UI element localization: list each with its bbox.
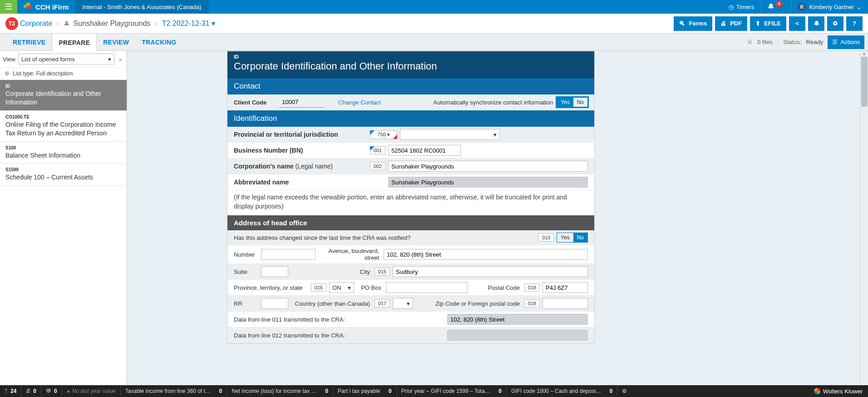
form-header: ID Corporate Identification and Other In… (227, 51, 594, 78)
notify-button[interactable]: 🔔︎ (808, 16, 824, 31)
view-select[interactable]: List of opened forms▾ (18, 54, 114, 65)
sidebar-item-id[interactable]: ID Corporate Identification and Other In… (0, 80, 127, 111)
forms-button[interactable]: 🔍︎Forms (674, 16, 712, 31)
scrollbar[interactable]: ▴ (860, 51, 868, 385)
caret-down-icon: ▾ (108, 56, 111, 63)
recycle-button[interactable]: ♻︎ (827, 16, 843, 31)
t2-badge: T2 (5, 17, 18, 30)
change-contact-link[interactable]: Change Contact (338, 99, 381, 106)
number-input[interactable] (261, 249, 316, 260)
client-tab[interactable]: Internal - Smith Jones & Associates (Can… (75, 0, 208, 14)
avatar: K (798, 2, 807, 11)
tab-review[interactable]: REVIEW (97, 34, 135, 50)
help-button[interactable]: ? (846, 16, 863, 31)
auto-sync-label: Automatically synchronize contact inform… (433, 99, 553, 106)
addr-changed-code: 010 (538, 233, 554, 242)
sidebar-item-s1599[interactable]: S1599 Schedule 100 – Current Assets (0, 164, 127, 186)
crumb-return[interactable]: T2 2022-12-31 ▾ (162, 19, 215, 28)
top-bar: ☰ CCH iFirm Internal - Smith Jones & Ass… (0, 0, 868, 14)
postal-label: Postal Code (468, 284, 524, 291)
rr-input[interactable] (261, 298, 288, 309)
suite-input[interactable] (261, 266, 288, 277)
caret-down-icon: ▾ (212, 20, 215, 27)
crumb-client: Sunshaker Playgrounds (73, 20, 150, 28)
zip-input[interactable] (542, 298, 588, 309)
notifications-button[interactable]: 🔔︎ 4 (760, 0, 791, 14)
client-code-input[interactable] (279, 97, 325, 108)
user-name: Kimberly Gartner (809, 4, 854, 10)
auto-sync-toggle[interactable]: YesNo (557, 97, 588, 107)
form-code: CO1000.TE (5, 114, 121, 119)
jurisdiction-select[interactable]: ▾ (400, 129, 500, 140)
addr-changed-label: Has this address changed since the last … (234, 234, 538, 241)
search-icon: 🔍︎ (679, 20, 685, 27)
line012-label: Data from line 012 transmitted to the CR… (234, 332, 447, 339)
abbr-input (388, 177, 588, 188)
tab-prepare[interactable]: PREPARE (52, 34, 97, 51)
brand: CCH iFirm (17, 3, 75, 11)
zip-label: Zip Code or Foreign postal code (413, 300, 524, 307)
city-input[interactable] (393, 266, 588, 277)
corp-name-code: 002 (370, 162, 385, 170)
zip-code-box: 018 (524, 299, 540, 308)
caret-down-icon: ▾ (407, 300, 410, 307)
line011-value (447, 314, 588, 325)
recycle-icon: ♻︎ (833, 20, 838, 27)
clock-icon: ◷ (729, 4, 734, 10)
status-value: Ready (806, 39, 824, 45)
line012-value (447, 330, 588, 341)
chevron-right-icon: › (54, 20, 62, 28)
files-count[interactable]: 0 files (757, 39, 773, 45)
avenue-input[interactable] (384, 249, 588, 260)
avenue-label: Avenue, boulevard, street (316, 248, 384, 261)
section-contact: Contact (227, 78, 594, 94)
province-code: 016 (311, 283, 326, 292)
corp-name-input[interactable] (388, 161, 588, 172)
form-title: Balance Sheet Information (5, 151, 121, 160)
bn-input[interactable] (388, 145, 461, 156)
country-label: Country (other than Canada) (288, 300, 375, 307)
province-label: Province, territory, or state (234, 284, 311, 291)
list-icon: ☰ (832, 39, 838, 45)
addr-changed-toggle[interactable]: YesNo (557, 233, 588, 243)
actions-button[interactable]: ☰Actions (828, 35, 864, 49)
notification-badge: 4 (775, 1, 783, 7)
crumb-corporate[interactable]: Corporate (20, 20, 52, 28)
pobox-label: PO Box (354, 284, 386, 291)
brand-icon (24, 3, 32, 11)
collapse-sidebar-button[interactable]: « (117, 56, 124, 63)
user-menu[interactable]: K Kimberly Gartner ⌄ (791, 0, 868, 14)
corp-name-label: Corporation's name (Legal name) (234, 163, 370, 170)
person-icon: 👤︎ (64, 20, 69, 27)
sidebar-item-s100[interactable]: S100 Balance Sheet Information (0, 142, 127, 164)
breadcrumb-bar: T2 Corporate › 👤︎ Sunshaker Playgrounds … (0, 14, 868, 34)
number-label: Number (234, 251, 261, 258)
timers-button[interactable]: ◷ Timers (722, 0, 760, 14)
efile-button[interactable]: ⬆︎EFILE (750, 16, 786, 31)
postal-code-box: 018 (524, 283, 540, 292)
postal-input[interactable] (542, 282, 588, 293)
jurisdiction-code[interactable]: 750 ▾ (370, 130, 397, 139)
pdf-button[interactable]: 🖨︎PDF (715, 16, 747, 31)
menu-button[interactable]: ☰ (0, 0, 17, 14)
sidebar-item-co1000te[interactable]: CO1000.TE Online Filing of the Corporati… (0, 111, 127, 142)
tab-retrieve[interactable]: RETRIEVE (6, 34, 52, 50)
pobox-input[interactable] (386, 282, 468, 293)
paperclip-icon[interactable]: 📎︎ (747, 39, 753, 45)
tab-tracking[interactable]: TRACKING (135, 34, 182, 50)
chevron-right-icon: › (152, 20, 160, 28)
province-select[interactable]: ON▾ (329, 282, 354, 293)
view-label: View (3, 56, 15, 63)
share-icon: < (795, 20, 799, 27)
form-title: Corporate Identification and Other Infor… (5, 89, 121, 107)
gear-icon: ⚙︎ (5, 70, 10, 77)
country-select[interactable]: ▾ (393, 298, 413, 309)
client-code-label: Client Code (234, 99, 279, 106)
share-button[interactable]: < (789, 16, 805, 31)
form-header-code: ID (234, 54, 588, 60)
bn-label: Business Number (BN) (234, 147, 370, 154)
scroll-thumb[interactable] (861, 57, 868, 107)
help-icon: ? (853, 20, 856, 27)
list-type-row[interactable]: ⚙︎ List type: Full description (0, 68, 127, 80)
printer-icon: 🖨︎ (720, 20, 726, 27)
